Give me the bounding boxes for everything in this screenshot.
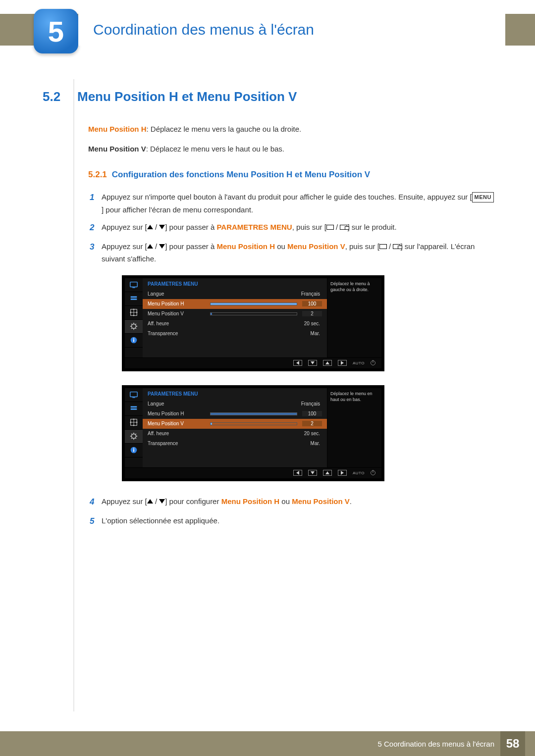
osd-tab-info-icon[interactable] bbox=[125, 334, 143, 348]
osd-row-aff[interactable]: Aff. heure 20 sec. bbox=[143, 429, 327, 439]
s2d: ] sur le produit. bbox=[347, 223, 396, 231]
s3b: ] pour passer à bbox=[165, 242, 216, 251]
footer-bar: 5 Coordination des menus à l'écran 58 bbox=[0, 731, 535, 756]
section-number: 5.2 bbox=[43, 89, 77, 104]
osd-tab-picture-icon[interactable] bbox=[125, 388, 143, 402]
step-body-4: Appuyez sur [ / ] pour configurer Menu P… bbox=[102, 495, 495, 509]
step-5: 5 L'option sélectionnée est appliquée. bbox=[90, 514, 495, 529]
svg-rect-8 bbox=[133, 338, 134, 339]
osd-val-trans: Mar. bbox=[292, 331, 322, 336]
osd-foot-power-icon[interactable] bbox=[371, 360, 375, 365]
step-2: 2 Appuyez sur [ / ] pour passer à PARAME… bbox=[90, 221, 495, 235]
osd-panel-h: PARAMETRES MENU Langue Français Menu Pos… bbox=[122, 275, 384, 371]
osd-tab-strip bbox=[125, 388, 143, 467]
osd-tab-info-icon[interactable] bbox=[125, 444, 143, 457]
s3c: , puis sur [ bbox=[345, 242, 379, 251]
osd-val-mph: 100 bbox=[302, 411, 322, 416]
intro-h: Menu Position H: Déplacez le menu vers l… bbox=[88, 123, 495, 135]
s3hl2: Menu Position V bbox=[287, 242, 345, 251]
osd-header: PARAMETRES MENU bbox=[143, 391, 327, 399]
step-num-4: 4 bbox=[90, 495, 102, 509]
slider-mpv[interactable] bbox=[210, 422, 297, 425]
s4a: Appuyez sur [ bbox=[102, 497, 147, 505]
osd-foot-right-icon[interactable] bbox=[338, 470, 347, 476]
osd-row-mpv[interactable]: Menu Position V 2 bbox=[143, 309, 327, 319]
step-4: 4 Appuyez sur [ / ] pour configurer Menu… bbox=[90, 495, 495, 509]
osd-val-aff: 20 sec. bbox=[292, 431, 322, 436]
enter-icon bbox=[379, 244, 387, 249]
osd-foot-right-icon[interactable] bbox=[338, 360, 347, 366]
svg-rect-16 bbox=[133, 450, 134, 452]
osd-row-langue[interactable]: Langue Français bbox=[143, 289, 327, 299]
step-body-5: L'option sélectionnée est appliquée. bbox=[102, 514, 495, 529]
osd-row-aff[interactable]: Aff. heure 20 sec. bbox=[143, 319, 327, 329]
intro-v-text: : Déplacez le menu vers le haut ou le ba… bbox=[146, 145, 284, 153]
step-body-1: Appuyez sur n'importe quel bouton à l'av… bbox=[102, 191, 495, 216]
source-icon bbox=[393, 244, 400, 249]
step-1: 1 Appuyez sur n'importe quel bouton à l'… bbox=[90, 191, 495, 216]
svg-rect-17 bbox=[133, 448, 134, 449]
subsection-title: Configuration des fonctions Menu Positio… bbox=[112, 170, 370, 179]
chapter-title: Coordination des menus à l'écran bbox=[78, 14, 505, 46]
osd-foot-left-icon[interactable] bbox=[293, 360, 302, 366]
osd-row-trans[interactable]: Transparence Mar. bbox=[143, 439, 327, 449]
osd-foot-up-icon[interactable] bbox=[323, 470, 332, 476]
osd-row-trans[interactable]: Transparence Mar. bbox=[143, 329, 327, 339]
s3or: ou bbox=[275, 242, 287, 251]
osd-val-mph: 100 bbox=[302, 301, 322, 306]
chapter-number-badge: 5 bbox=[34, 9, 78, 53]
triangle-down-icon bbox=[159, 244, 165, 249]
triangle-down-icon bbox=[159, 225, 165, 229]
triangle-up-icon bbox=[147, 225, 153, 229]
s2hl: PARAMETRES MENU bbox=[216, 223, 292, 231]
osd-foot-power-icon[interactable] bbox=[371, 470, 375, 475]
osd-row-mph[interactable]: Menu Position H 100 bbox=[143, 409, 327, 419]
osd-tab-size-icon[interactable] bbox=[125, 416, 143, 430]
osd-foot-down-icon[interactable] bbox=[308, 360, 317, 366]
osd-foot-up-icon[interactable] bbox=[323, 360, 332, 366]
enter-icon bbox=[326, 225, 334, 230]
osd-foot-left-icon[interactable] bbox=[293, 470, 302, 476]
osd-tab-picture-icon[interactable] bbox=[125, 278, 143, 292]
slider-mph[interactable] bbox=[210, 412, 297, 415]
osd-val-trans: Mar. bbox=[292, 441, 322, 446]
osd-footer: AUTO bbox=[125, 467, 381, 478]
slider-mph[interactable] bbox=[210, 302, 297, 305]
s2b: ] pour passer à bbox=[165, 223, 216, 231]
osd-lbl-mph: Menu Position H bbox=[148, 301, 207, 306]
osd-val-aff: 20 sec. bbox=[292, 321, 322, 326]
osd-tab-strip bbox=[125, 278, 143, 357]
osd-foot-auto[interactable]: AUTO bbox=[353, 361, 365, 365]
osd-foot-down-icon[interactable] bbox=[308, 470, 317, 476]
slider-mpv[interactable] bbox=[210, 312, 297, 315]
step-num-3: 3 bbox=[90, 240, 102, 265]
section-heading: 5.2Menu Position H et Menu Position V bbox=[43, 89, 495, 104]
osd-row-mpv[interactable]: Menu Position V 2 bbox=[143, 419, 327, 429]
osd-tab-color-icon[interactable] bbox=[125, 402, 143, 416]
step-num-2: 2 bbox=[90, 221, 102, 235]
s3hl1: Menu Position H bbox=[216, 242, 275, 251]
s3a: Appuyez sur [ bbox=[102, 242, 147, 251]
osd-row-langue[interactable]: Langue Français bbox=[143, 399, 327, 409]
osd-row-mph[interactable]: Menu Position H 100 bbox=[143, 299, 327, 309]
subsection-number: 5.2.1 bbox=[88, 170, 107, 179]
intro-h-text: : Déplacez le menu vers la gauche ou la … bbox=[147, 125, 302, 133]
triangle-up-icon bbox=[147, 499, 153, 504]
step-num-5: 5 bbox=[90, 514, 102, 529]
osd-tab-color-icon[interactable] bbox=[125, 292, 143, 306]
svg-rect-7 bbox=[133, 340, 134, 342]
svg-rect-1 bbox=[132, 288, 135, 288]
section-title: Menu Position H et Menu Position V bbox=[77, 89, 297, 104]
svg-rect-2 bbox=[131, 297, 137, 298]
svg-rect-12 bbox=[131, 408, 137, 410]
osd-tab-setup-icon[interactable] bbox=[125, 430, 143, 444]
osd-lbl-mph: Menu Position H bbox=[148, 411, 207, 416]
osd-lbl-langue: Langue bbox=[148, 291, 207, 297]
s4hl1: Menu Position H bbox=[221, 497, 280, 505]
step-body-3: Appuyez sur [ / ] pour passer à Menu Pos… bbox=[102, 240, 495, 265]
s4or: ou bbox=[279, 497, 292, 505]
osd-lbl-mpv: Menu Position V bbox=[148, 311, 207, 316]
osd-foot-auto[interactable]: AUTO bbox=[353, 471, 365, 475]
osd-tab-size-icon[interactable] bbox=[125, 306, 143, 320]
osd-tab-setup-icon[interactable] bbox=[125, 320, 143, 334]
